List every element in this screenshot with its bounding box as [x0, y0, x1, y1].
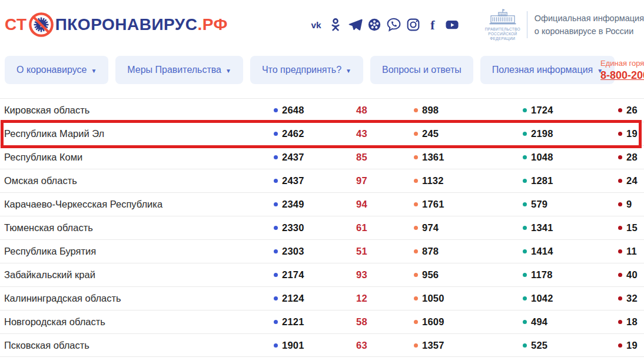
- vk-icon[interactable]: vk: [308, 17, 324, 32]
- stat-recovered-green: 1341: [523, 222, 618, 233]
- chevron-down-icon: ▼: [346, 68, 351, 74]
- stat-value: 32: [626, 293, 638, 304]
- government-badge[interactable]: ПРАВИТЕЛЬСТВО РОССИЙСКОЙ ФЕДЕРАЦИИ Офици…: [484, 8, 644, 41]
- stat-active-orange: 1050: [414, 293, 523, 304]
- badge-divider: [527, 11, 527, 38]
- stat-confirmed-blue: 2174: [274, 269, 353, 280]
- stat-recovered-green: 579: [523, 199, 618, 210]
- telegram-icon[interactable]: [347, 17, 363, 32]
- stat-value: 19: [626, 128, 638, 139]
- bullet-icon: [274, 343, 278, 348]
- region-name: Республика Коми: [4, 152, 274, 163]
- badge-caption-line2: о коронавирусе в России: [535, 25, 644, 38]
- table-row[interactable]: Республика Коми2437851361104828: [0, 145, 644, 169]
- table-row[interactable]: Забайкальский край217493956117840: [0, 263, 644, 286]
- stat-deaths-darkred: 32: [618, 293, 644, 304]
- stat-value: 18: [626, 316, 638, 328]
- stat-new-red: 43: [353, 128, 414, 139]
- region-name: Псковская область: [4, 340, 274, 351]
- stat-active-orange: 245: [414, 128, 523, 139]
- bullet-icon: [274, 155, 278, 159]
- table-row[interactable]: Калининградская область2124121050104232: [0, 286, 644, 310]
- stat-active-orange: 974: [414, 222, 523, 233]
- region-name: Калининградская область: [4, 293, 274, 304]
- table-row[interactable]: Карачаево-Черкесская Республика234994176…: [0, 192, 644, 216]
- region-name: Карачаево-Черкесская Республика: [4, 199, 274, 210]
- stat-value: 525: [531, 340, 547, 351]
- bullet-icon: [523, 226, 527, 230]
- stat-value: 974: [422, 222, 439, 233]
- stat-value: 898: [422, 105, 439, 116]
- stat-value: 61: [356, 222, 367, 233]
- table-row[interactable]: Омская область2437971132128124: [0, 169, 644, 192]
- gov-org-line2: РОССИЙСКОЙ: [484, 32, 521, 36]
- bullet-icon: [274, 249, 278, 253]
- stat-new-red: 61: [353, 222, 414, 233]
- stat-value: 51: [356, 246, 367, 257]
- stat-deaths-darkred: 24: [618, 175, 644, 186]
- odnoklassniki-icon[interactable]: [328, 17, 343, 32]
- nav-item-what-to-do[interactable]: Что предпринять? ▼: [250, 56, 363, 84]
- bullet-icon: [523, 202, 527, 206]
- nav-item-about[interactable]: О коронавирусе ▼: [5, 56, 108, 84]
- nav-item-measures[interactable]: Меры Правительства ▼: [115, 56, 243, 84]
- facebook-icon[interactable]: f: [425, 17, 440, 32]
- table-row[interactable]: Республика Бурятия230351878141411: [0, 239, 644, 263]
- stat-value: 2349: [282, 199, 304, 210]
- stat-active-orange: 956: [414, 269, 523, 280]
- table-row[interactable]: Псковская область190163135752519: [0, 333, 644, 357]
- stat-value: 1132: [422, 175, 444, 186]
- bullet-icon: [414, 249, 418, 253]
- stat-confirmed-blue: 2121: [274, 316, 353, 328]
- nav-item-qa[interactable]: Вопросы и ответы: [370, 56, 473, 84]
- site-logo[interactable]: СТ ПКОРОНАВИРУС .РФ: [5, 11, 228, 38]
- icq-icon[interactable]: [367, 17, 382, 32]
- bullet-icon: [618, 249, 622, 253]
- stat-new-red: 85: [353, 152, 414, 163]
- badge-caption-line1: Официальная информация: [535, 12, 644, 25]
- stat-confirmed-blue: 2437: [274, 152, 353, 163]
- region-name: Кировская область: [4, 105, 274, 116]
- stat-value: 24: [626, 175, 638, 186]
- stat-value: 1048: [531, 152, 553, 163]
- nav-item-label: Полезная информация: [492, 65, 593, 75]
- stat-deaths-darkred: 26: [618, 105, 644, 116]
- bullet-icon: [523, 108, 527, 112]
- stat-value: 956: [422, 269, 439, 280]
- region-name: Новгородская область: [4, 316, 274, 328]
- stat-recovered-green: 1178: [523, 269, 618, 280]
- region-name: Республика Марий Эл: [4, 128, 274, 139]
- bullet-icon: [274, 108, 278, 112]
- no-virus-icon: [28, 11, 55, 38]
- stat-active-orange: 1361: [414, 152, 523, 163]
- youtube-icon[interactable]: [444, 17, 460, 32]
- stat-value: 245: [422, 128, 439, 139]
- viber-icon[interactable]: [386, 17, 401, 32]
- table-row[interactable]: Тюменская область233061974134115: [0, 216, 644, 239]
- stat-confirmed-blue: 2349: [274, 199, 353, 210]
- nav-item-useful-info[interactable]: Полезная информация ▼: [480, 56, 615, 84]
- stat-value: 85: [356, 152, 367, 163]
- bullet-icon: [414, 179, 418, 183]
- table-row[interactable]: Новгородская область212158160949418: [0, 310, 644, 333]
- stat-value: 2303: [282, 246, 304, 257]
- bullet-icon: [523, 179, 527, 183]
- nav-item-label: О коронавирусе: [16, 65, 87, 75]
- stat-recovered-green: 1042: [523, 293, 618, 304]
- table-row[interactable]: Республика Марий Эл246243245219819: [0, 122, 644, 145]
- instagram-icon[interactable]: [406, 17, 421, 32]
- stat-recovered-green: 525: [523, 340, 618, 351]
- main-nav: О коронавирусе ▼ Меры Правительства ▼ Чт…: [0, 56, 644, 84]
- chevron-down-icon: ▼: [225, 68, 231, 74]
- bullet-icon: [618, 226, 622, 230]
- hotline-block[interactable]: Единая горячая линия 8-800-2000-112: [600, 59, 644, 82]
- stat-confirmed-blue: 2462: [274, 128, 353, 139]
- bullet-icon: [523, 343, 527, 348]
- stat-deaths-darkred: 28: [618, 152, 644, 163]
- stat-value: 1042: [531, 293, 553, 304]
- stat-value: 11: [626, 246, 637, 257]
- social-links: vk: [308, 17, 460, 32]
- bullet-icon: [414, 273, 418, 277]
- table-row[interactable]: Кировская область264848898172426: [0, 98, 644, 122]
- hotline-phone-link[interactable]: 8-800-2000-112: [600, 69, 644, 82]
